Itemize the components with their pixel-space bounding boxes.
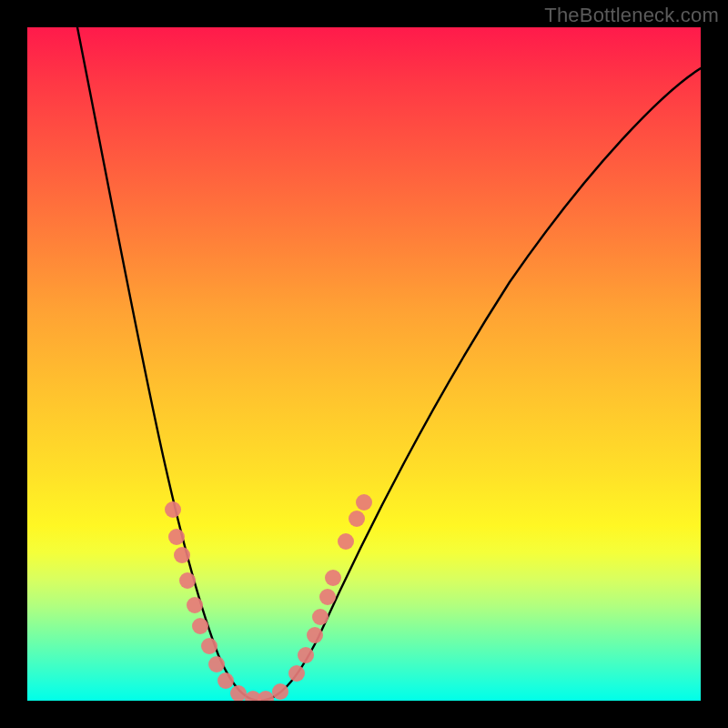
watermark-text: TheBottleneck.com: [544, 4, 719, 27]
data-point: [319, 589, 336, 605]
chart-svg: [27, 27, 701, 701]
data-point: [217, 672, 234, 689]
data-point: [349, 511, 365, 527]
data-point: [168, 529, 185, 545]
data-point: [356, 494, 372, 511]
data-point: [307, 627, 323, 643]
data-point: [272, 683, 288, 700]
data-dots: [165, 494, 372, 701]
data-point: [312, 609, 329, 625]
chart-plot-area: [27, 27, 701, 701]
data-point: [192, 618, 208, 634]
data-point: [201, 638, 217, 654]
data-point: [187, 597, 203, 613]
data-point: [338, 533, 354, 550]
data-point: [288, 665, 305, 682]
data-point: [258, 691, 274, 701]
bottleneck-curve: [77, 27, 701, 701]
data-point: [165, 501, 181, 518]
data-point: [208, 656, 225, 672]
chart-frame: TheBottleneck.com: [0, 0, 728, 728]
data-point: [298, 647, 314, 663]
data-point: [179, 572, 196, 589]
data-point: [325, 570, 341, 586]
data-point: [174, 547, 190, 563]
data-point: [230, 685, 247, 701]
